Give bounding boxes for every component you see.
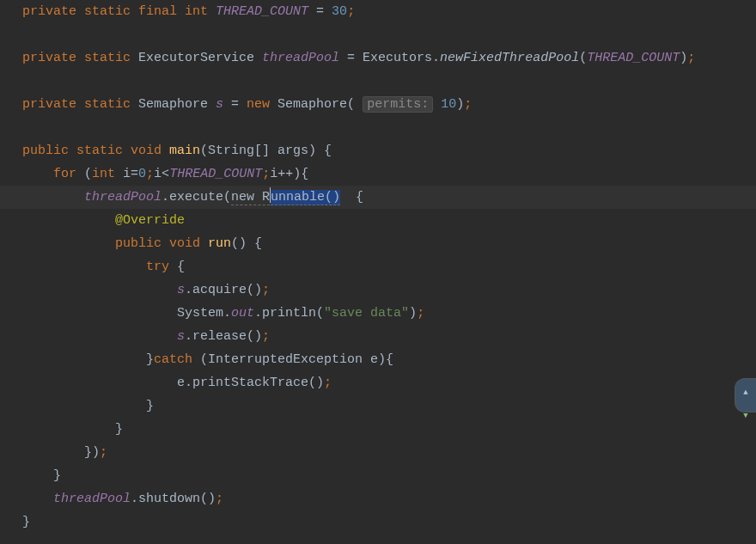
field-threadpool: threadPool xyxy=(53,492,131,506)
code-line[interactable]: e.printStackTrace(); xyxy=(0,371,756,394)
keyword: private static xyxy=(22,97,131,112)
code-line[interactable]: threadPool.shutdown(); xyxy=(0,487,756,510)
code-line-current[interactable]: threadPool.execute(new Runnable() { xyxy=(0,186,756,209)
text-caret xyxy=(270,187,271,203)
code-line[interactable]: public void run() { xyxy=(0,232,756,255)
field-semaphore: s xyxy=(216,97,223,112)
code-line[interactable]: private static ExecutorService threadPoo… xyxy=(0,46,756,70)
code-line[interactable]: @Override xyxy=(0,209,756,232)
parameter-hint: permits: xyxy=(363,96,433,113)
code-line[interactable]: }catch (InterruptedException e){ xyxy=(0,348,756,371)
keyword: public static void xyxy=(22,144,162,158)
selection-text: new R xyxy=(231,190,270,205)
field-semaphore: s xyxy=(177,283,185,297)
code-line[interactable]: System.out.println("save data"); xyxy=(0,302,756,325)
code-line[interactable]: private static final int THREAD_COUNT = … xyxy=(0,0,756,23)
code-editor[interactable]: private static final int THREAD_COUNT = … xyxy=(0,0,756,534)
arrow-up-icon[interactable] xyxy=(743,382,747,405)
code-line[interactable]: } xyxy=(0,510,756,534)
field-thread-count: THREAD_COUNT xyxy=(216,4,308,19)
field-out: out xyxy=(231,306,254,321)
code-line-empty[interactable] xyxy=(0,23,756,46)
keyword: private static final int xyxy=(22,4,208,19)
code-line[interactable]: private static Semaphore s = new Semapho… xyxy=(0,93,756,116)
keyword-catch: catch xyxy=(154,352,192,367)
navigation-widget[interactable] xyxy=(735,378,756,413)
keyword-new: new xyxy=(247,97,270,112)
keyword-try: try xyxy=(146,260,169,274)
field-ref-thread-count: THREAD_COUNT xyxy=(587,51,680,65)
field-ref-thread-count: THREAD_COUNT xyxy=(169,167,262,181)
method-main: main xyxy=(169,144,200,158)
arrow-down-icon[interactable] xyxy=(743,405,747,428)
keyword: public void xyxy=(115,236,200,251)
number-literal: 30 xyxy=(332,4,347,19)
string-literal: "save data" xyxy=(324,306,409,321)
annotation-override: @Override xyxy=(115,213,185,228)
code-line[interactable]: s.acquire(); xyxy=(0,278,756,302)
keyword: private static xyxy=(22,51,131,65)
code-line[interactable]: } xyxy=(0,394,756,418)
code-line[interactable]: public static void main(String[] args) { xyxy=(0,139,756,162)
number-literal: 10 xyxy=(441,97,456,112)
code-line[interactable]: try { xyxy=(0,255,756,278)
code-line[interactable]: } xyxy=(0,464,756,487)
code-line[interactable]: for (int i=0;i<THREAD_COUNT;i++){ xyxy=(0,162,756,186)
static-method: newFixedThreadPool xyxy=(440,51,579,65)
code-line[interactable]: } xyxy=(0,418,756,441)
keyword-int: int xyxy=(92,167,115,181)
field-threadpool: threadPool xyxy=(84,190,162,205)
code-line-empty[interactable] xyxy=(0,116,756,139)
code-line[interactable]: s.release(); xyxy=(0,325,756,348)
selection-text: unnable() xyxy=(271,190,340,205)
field-semaphore: s xyxy=(177,329,185,344)
code-line-empty[interactable] xyxy=(0,70,756,93)
code-line[interactable]: }); xyxy=(0,441,756,464)
keyword-for: for xyxy=(53,167,76,181)
field-threadpool: threadPool xyxy=(262,51,339,65)
method-run: run xyxy=(208,236,231,251)
